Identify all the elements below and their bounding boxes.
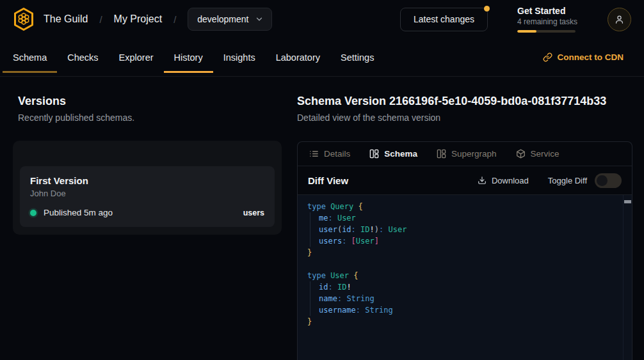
version-status: Published 5m ago (44, 208, 113, 217)
nav-tab-schema[interactable]: Schema (3, 38, 57, 76)
connect-cdn-button[interactable]: Connect to CDN (543, 52, 624, 62)
chevron-down-icon (255, 15, 264, 24)
toggle-diff-label: Toggle Diff (548, 176, 587, 185)
breadcrumb-separator: / (171, 14, 179, 25)
code-line: username: String (307, 304, 623, 316)
download-icon (478, 176, 487, 185)
tab-supergraph[interactable]: Supergraph (437, 149, 497, 159)
latest-changes-button[interactable]: Latest changes (400, 8, 488, 31)
toggle-knob (597, 175, 608, 186)
code-line: name: String (307, 293, 623, 304)
get-started-subtitle: 4 remaining tasks (517, 17, 578, 26)
get-started-title: Get Started (517, 6, 578, 16)
nav-tabs: Schema Checks Explorer History Insights … (3, 38, 384, 76)
code-line (307, 258, 623, 270)
nav-tab-laboratory[interactable]: Laboratory (266, 38, 330, 76)
version-name: First Version (30, 175, 264, 186)
versions-panel: Versions Recently published schemas. Fir… (0, 77, 296, 360)
code-line: user(id: ID!): User (307, 224, 623, 235)
code-scrollbar[interactable] (623, 195, 632, 360)
code-line: me: User (307, 212, 623, 224)
versions-list: First Version John Doe Published 5m ago … (13, 141, 282, 235)
code-line: id: ID! (307, 281, 623, 293)
toggle-diff-switch[interactable] (595, 173, 622, 188)
breadcrumb-separator: / (97, 14, 104, 25)
version-author: John Doe (30, 189, 264, 198)
diff-view-toolbar: Diff View Download (298, 166, 632, 195)
notification-dot (484, 6, 490, 12)
main-content: Versions Recently published schemas. Fir… (0, 77, 644, 360)
code-line: } (307, 247, 623, 258)
breadcrumb-org[interactable]: The Guild (44, 13, 88, 25)
person-icon (614, 14, 625, 25)
code-line: } (307, 316, 623, 327)
latest-changes-label: Latest changes (414, 14, 474, 24)
get-started-progress-fill (517, 30, 536, 33)
published-status-dot (30, 210, 36, 216)
app-root: The Guild / My Project / development Lat… (0, 0, 644, 360)
nav-tab-settings[interactable]: Settings (330, 38, 384, 76)
get-started-progress-bar (517, 30, 576, 33)
schema-version-title: Schema Version 2166196f-5e10-4059-bd0a-0… (297, 95, 632, 108)
columns-icon (369, 149, 379, 159)
download-label: Download (492, 176, 529, 185)
service-badge: users (243, 208, 264, 217)
target-selector[interactable]: development (188, 8, 272, 31)
detail-tabs: Details Schema (298, 142, 632, 166)
schema-version-subtitle: Detailed view of the schema version (297, 113, 632, 123)
cube-icon (516, 149, 526, 159)
version-card[interactable]: First Version John Doe Published 5m ago … (20, 166, 275, 227)
user-avatar[interactable] (608, 8, 631, 31)
hive-logo-icon[interactable] (13, 7, 35, 31)
code-line: type User { (307, 270, 623, 281)
diff-view-title: Diff View (308, 175, 348, 186)
graphql-code[interactable]: type Query {me: Useruser(id: ID!): Useru… (298, 195, 623, 360)
connect-cdn-label: Connect to CDN (558, 52, 624, 62)
main-nav: Schema Checks Explorer History Insights … (0, 38, 644, 77)
schema-detail-card: Details Schema (297, 141, 632, 360)
nav-tab-history[interactable]: History (164, 38, 213, 76)
columns-icon (437, 149, 446, 159)
download-button[interactable]: Download (478, 176, 529, 185)
top-header: The Guild / My Project / development Lat… (0, 0, 644, 38)
schema-code-viewer: type Query {me: Useruser(id: ID!): Useru… (298, 195, 632, 360)
list-icon (309, 149, 319, 159)
nav-tab-insights[interactable]: Insights (213, 38, 266, 76)
nav-tab-checks[interactable]: Checks (57, 38, 108, 76)
schema-version-panel: Schema Version 2166196f-5e10-4059-bd0a-0… (296, 77, 644, 360)
breadcrumb-project[interactable]: My Project (114, 13, 163, 25)
nav-tab-explorer[interactable]: Explorer (109, 38, 164, 76)
tab-service[interactable]: Service (516, 149, 559, 159)
code-line: users: [User] (307, 235, 623, 247)
versions-subtitle: Recently published schemas. (18, 113, 296, 123)
link-icon (543, 52, 552, 62)
versions-title: Versions (18, 95, 296, 108)
target-selector-value: development (197, 14, 248, 24)
code-line: type Query { (307, 201, 623, 212)
get-started-widget[interactable]: Get Started 4 remaining tasks (517, 6, 578, 33)
code-scrollbar-thumb[interactable] (624, 200, 631, 203)
tab-schema[interactable]: Schema (369, 149, 417, 159)
tab-details[interactable]: Details (309, 149, 350, 159)
